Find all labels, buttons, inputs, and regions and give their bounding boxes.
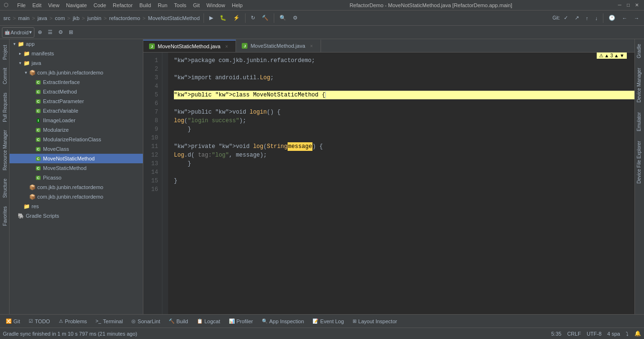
left-panel-project[interactable]: Project (0, 41, 10, 64)
code-line-11[interactable]: "kw">private "kw">void log(String messag… (174, 142, 634, 151)
forward-button[interactable]: → (631, 12, 642, 24)
tree-item-ExtractInterface[interactable]: CExtractInterface (10, 77, 143, 87)
tree-item-res[interactable]: 📁res (10, 201, 143, 211)
menu-window[interactable]: Window (204, 2, 228, 9)
debug-button[interactable]: 🐛 (217, 12, 229, 24)
tree-item-MoveClass[interactable]: CMoveClass (10, 144, 143, 154)
tree-item-pkg_main[interactable]: ▾📦com.jkb.junbin.refactordemo (10, 68, 143, 77)
code-editor[interactable]: "kw">package com.jkb.junbin.refactordemo… (168, 53, 634, 314)
attach-button[interactable]: ⚡ (230, 12, 243, 24)
editor-tab-tab1[interactable]: JMoveNotStaticMethod.java× (143, 40, 236, 52)
menu-tools[interactable]: Tools (171, 2, 189, 9)
tab-close-tab1[interactable]: × (223, 43, 230, 50)
code-line-3[interactable]: "kw">import android.util.Log; (174, 74, 634, 82)
code-line-7[interactable]: "kw">public "kw">void login() { (174, 108, 634, 117)
tree-item-Picasso[interactable]: CPicasso (10, 173, 143, 182)
tree-item-Modularize[interactable]: CModularize (10, 125, 143, 135)
code-line-12[interactable]: Log.d( tag: "log", message); (174, 151, 634, 159)
tree-item-MoveStaticMethod[interactable]: CMoveStaticMethod (10, 163, 143, 173)
code-line-2[interactable] (174, 65, 634, 74)
settings-button[interactable]: ⚙ (290, 12, 301, 24)
menu-navigate[interactable]: Navigate (63, 2, 89, 9)
tree-item-ExtractVariable[interactable]: CExtractVariable (10, 106, 143, 116)
git-check-button[interactable]: ✓ (561, 12, 571, 24)
code-line-15[interactable]: } (174, 177, 634, 185)
left-panel-structure[interactable]: Structure (0, 175, 10, 202)
tree-item-IImageLoader[interactable]: IIImageLoader (10, 116, 143, 125)
status-position[interactable]: 5:35 (551, 331, 561, 337)
bottom-tab-layoutinspector[interactable]: ⊞Layout Inspector (349, 316, 401, 327)
menu-edit[interactable]: Edit (30, 2, 44, 9)
left-panel-favorites[interactable]: Favorites (0, 202, 10, 230)
status-encoding[interactable]: UTF-8 (587, 331, 601, 337)
left-panel-pull-requests[interactable]: Pull Requests (0, 89, 10, 126)
bottom-tab-problems[interactable]: ⚠Problems (55, 316, 91, 327)
code-line-10[interactable] (174, 134, 634, 142)
tree-item-ExtractMethod[interactable]: CExtractMethod (10, 87, 143, 96)
menu-file[interactable]: File (14, 2, 29, 9)
code-line-16[interactable] (174, 185, 634, 194)
breadcrumb-item-src[interactable]: src (2, 14, 12, 22)
bottom-tab-profiler[interactable]: 📊Profiler (225, 316, 257, 327)
code-line-14[interactable] (174, 168, 634, 177)
tree-item-MoveNotStaticMethod[interactable]: CMoveNotStaticMethod (10, 154, 143, 163)
git-push-button[interactable]: ↑ (583, 12, 591, 24)
minimize-button[interactable]: ─ (616, 2, 623, 9)
breadcrumb-active-file[interactable]: MoveNotStaticMethod (147, 14, 201, 22)
tab-close-tab2[interactable]: × (308, 42, 315, 49)
nav-gear-button[interactable]: ⊞ (66, 27, 75, 38)
breadcrumb-item-jkb[interactable]: jkb (71, 14, 81, 22)
code-line-6[interactable] (174, 99, 634, 108)
editor-content[interactable]: ⚠ ▲ 3 ▲ ▼ 12345678910111213141516 "kw">p… (143, 53, 634, 314)
tree-item-ExtractParameter[interactable]: CExtractParameter (10, 96, 143, 106)
code-line-4[interactable] (174, 82, 634, 91)
git-pull-button[interactable]: ↓ (592, 12, 601, 24)
right-panel-device-file-explorer[interactable]: Device File Explorer (635, 136, 644, 188)
left-panel-commit[interactable]: Commit (0, 64, 10, 88)
close-button[interactable]: ✕ (633, 2, 640, 9)
bottom-tab-logcat[interactable]: 📋Logcat (193, 316, 224, 327)
tree-item-ModularizeRelationClass[interactable]: CModularizeRelationClass (10, 135, 143, 144)
bottom-tab-build[interactable]: 🔨Build (165, 316, 192, 327)
tree-item-java[interactable]: ▾📁java (10, 58, 143, 68)
sync-button[interactable]: ↻ (248, 12, 258, 24)
left-panel-resource-manager[interactable]: Resource Manager (0, 126, 10, 174)
bottom-tab-sonarlint[interactable]: ◎SonarLint (128, 316, 164, 327)
back-button[interactable]: ← (619, 12, 630, 24)
history-button[interactable]: 🕐 (606, 12, 618, 24)
code-line-1[interactable]: "kw">package com.jkb.junbin.refactordemo… (174, 56, 634, 65)
git-merge-button[interactable]: ↗ (572, 12, 582, 24)
menu-run[interactable]: Run (155, 2, 170, 9)
git-branch-icon[interactable]: ⤵ (626, 331, 629, 337)
code-line-9[interactable]: } (174, 125, 634, 134)
search-everywhere-button[interactable]: 🔍 (277, 12, 289, 24)
breadcrumb-item-refactordemo[interactable]: refactordemo (108, 14, 142, 22)
android-dropdown[interactable]: 🤖 Android ▾ (2, 27, 34, 38)
tree-item-manifests[interactable]: ▸📁manifests (10, 49, 143, 58)
tree-item-pkg3[interactable]: 📦com.jkb.junbin.refactordemo (10, 192, 143, 201)
right-panel-emulator[interactable]: Emulator (635, 107, 644, 136)
maximize-button[interactable]: □ (625, 2, 632, 9)
window-controls[interactable]: ─ □ ✕ (616, 2, 640, 9)
tree-item-app[interactable]: ▾📁app (10, 39, 143, 49)
breadcrumb-item-com[interactable]: com (54, 14, 66, 22)
nav-settings-button[interactable]: ⚙ (56, 27, 65, 38)
menu-refactor[interactable]: Refactor (110, 2, 136, 9)
status-indent[interactable]: 4 spa (607, 331, 620, 337)
code-line-13[interactable]: } (174, 159, 634, 168)
code-line-8[interactable]: log("login success"); (174, 117, 634, 125)
run-button[interactable]: ▶ (206, 12, 216, 24)
nav-sync-button[interactable]: ⊕ (35, 27, 44, 38)
build-project-button[interactable]: 🔨 (259, 12, 271, 24)
menu-code[interactable]: Code (91, 2, 109, 9)
breadcrumb-item-main[interactable]: main (17, 14, 31, 22)
menu-view[interactable]: View (45, 2, 63, 9)
code-line-5[interactable]: "kw">public "kw">class MoveNotStaticMeth… (174, 91, 634, 99)
breadcrumb-item-java[interactable]: java (36, 14, 48, 22)
notification-icon[interactable]: 🔔 (634, 330, 641, 337)
right-panel-gradle[interactable]: Gradle (635, 39, 644, 63)
tree-item-gradle[interactable]: 🐘Gradle Scripts (10, 211, 143, 221)
tree-item-pkg2[interactable]: 📦com.jkb.junbin.refactordemo (10, 182, 143, 192)
warning-badge[interactable]: ⚠ ▲ 3 ▲ ▼ (597, 53, 627, 59)
menu-build[interactable]: Build (137, 2, 154, 9)
